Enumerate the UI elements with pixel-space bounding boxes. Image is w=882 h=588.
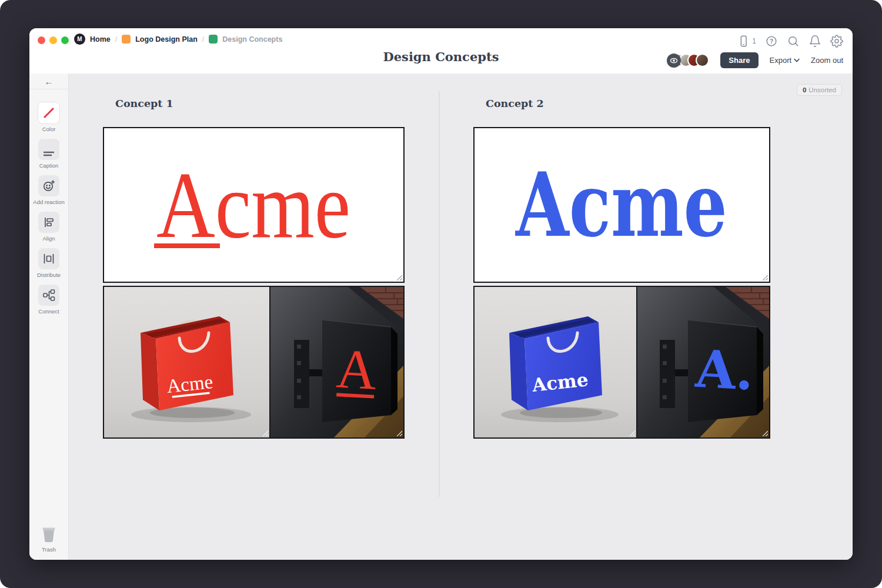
zoom-out-button[interactable]: Zoom out — [811, 56, 843, 65]
add-reaction-icon — [38, 175, 59, 196]
concept-2-sign-mockup[interactable]: A. — [636, 286, 770, 439]
tool-color[interactable]: Color — [38, 102, 59, 132]
resize-handle-icon[interactable] — [395, 273, 402, 280]
avatar — [696, 54, 709, 67]
breadcrumb-board[interactable]: Logo Design Plan — [135, 35, 198, 44]
unsorted-badge[interactable]: 0Unsorted — [797, 84, 842, 96]
tool-connect[interactable]: Connect — [38, 285, 59, 315]
gear-icon — [830, 34, 843, 48]
concept-1-bag-mockup[interactable]: Acme — [103, 286, 270, 439]
distribute-icon — [38, 248, 59, 269]
concept-1-logo-card[interactable]: Acme — [103, 127, 405, 283]
chevron-down-icon — [794, 58, 800, 62]
concept-2-sign-letter: A. — [693, 338, 755, 402]
help-button[interactable]: ? — [765, 34, 778, 48]
minimize-window-button[interactable] — [49, 36, 57, 44]
maximize-window-button[interactable] — [61, 36, 69, 44]
resize-handle-icon[interactable] — [628, 429, 635, 436]
trash-icon — [39, 525, 59, 544]
trash-dropzone[interactable]: Trash — [29, 525, 68, 553]
resize-handle-icon[interactable] — [261, 429, 268, 436]
svg-text:?: ? — [770, 38, 773, 45]
search-icon — [787, 34, 800, 48]
board-canvas[interactable]: 0Unsorted Concept 1 Acme — [69, 74, 853, 560]
search-button[interactable] — [787, 34, 800, 48]
concept-1-logo-text: Acme — [156, 153, 350, 258]
help-icon: ? — [765, 34, 778, 48]
caption-icon — [38, 139, 59, 160]
breadcrumb-current: Design Concepts — [222, 35, 282, 44]
concept-2-logo-text: Acme — [514, 153, 727, 256]
concept-2-logo-card[interactable]: Acme — [473, 127, 770, 283]
device-count-badge: 1 — [752, 37, 756, 45]
tool-sidebar: ← Color Caption — [29, 74, 69, 560]
tool-caption[interactable]: Caption — [38, 139, 59, 169]
top-bar: M Home / Logo Design Plan / Design Conce… — [29, 28, 853, 74]
sidebar-back-button[interactable]: ← — [29, 74, 68, 89]
tool-align[interactable]: Align — [38, 212, 59, 242]
settings-button[interactable] — [830, 34, 843, 48]
tool-add-reaction[interactable]: Add reaction — [33, 175, 64, 205]
connect-icon — [38, 285, 59, 306]
eye-avatar-icon — [667, 54, 681, 68]
tool-distribute[interactable]: Distribute — [37, 248, 61, 278]
notifications-button[interactable] — [808, 34, 821, 48]
breadcrumb-home[interactable]: Home — [90, 35, 111, 44]
resize-handle-icon[interactable] — [761, 273, 768, 280]
export-button[interactable]: Export — [770, 56, 800, 65]
concept-2-bag-mockup[interactable]: Acme — [473, 286, 637, 439]
app-window: M Home / Logo Design Plan / Design Conce… — [29, 28, 853, 560]
concept-2-heading[interactable]: Concept 2 — [486, 98, 544, 109]
device-icon — [737, 34, 750, 48]
board-icon-green — [209, 35, 218, 44]
back-arrow-icon: ← — [45, 76, 54, 86]
board-icon-orange — [122, 35, 131, 44]
close-window-button[interactable] — [38, 36, 45, 44]
device-sync-button[interactable]: 1 — [737, 34, 756, 48]
align-icon — [38, 212, 59, 233]
color-swatch-icon — [38, 102, 59, 123]
resize-handle-icon[interactable] — [395, 429, 402, 436]
concept-1-sign-mockup[interactable]: A — [269, 286, 405, 439]
column-divider — [439, 91, 440, 497]
bell-icon — [808, 34, 821, 48]
window-controls — [38, 36, 69, 44]
milanote-logo-icon[interactable]: M — [74, 34, 85, 45]
concept-1-heading[interactable]: Concept 1 — [115, 98, 173, 109]
breadcrumb-separator: / — [115, 35, 117, 44]
share-button[interactable]: Share — [720, 52, 758, 68]
breadcrumb-separator: / — [202, 35, 204, 44]
concept-1-sign-letter: A — [335, 337, 378, 401]
desktop-backdrop: M Home / Logo Design Plan / Design Conce… — [0, 0, 882, 588]
resize-handle-icon[interactable] — [761, 429, 768, 436]
presence-avatars[interactable] — [667, 54, 709, 68]
breadcrumb: M Home / Logo Design Plan / Design Conce… — [74, 34, 282, 45]
